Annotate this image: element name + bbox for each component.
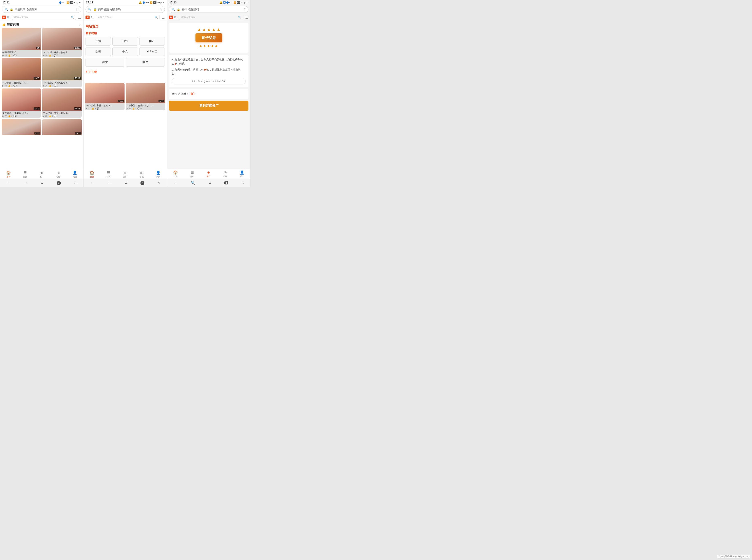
phone-panel-1: 17:12 🔵 85.0 📶 HD 5G |100 🔍 🔒 高清视频_创颜源码 … (0, 0, 83, 187)
p2-video-card-1[interactable]: 18:17 マジ软派、初撮れおな 1... ▶ 25 👍 0 💬 0 (126, 83, 165, 110)
p2-video-meta-1: ▶ 25 👍 0 💬 0 (127, 107, 165, 110)
address-bar-1[interactable]: 🔍 🔒 高清视频_创颜源码 ☆ (2, 6, 81, 13)
nav-category-3[interactable]: ☰ 分类 (190, 170, 194, 178)
profile-icon-3: 👤 (240, 170, 244, 175)
menu-btn-1[interactable]: ≡ (41, 181, 43, 185)
search-btn-icon[interactable]: 🔍 (71, 16, 74, 19)
notification-icon-2: 🔔 (139, 1, 142, 4)
nav-home-1[interactable]: 🏠 首页 (6, 171, 11, 178)
back-btn-3[interactable]: ← (174, 181, 177, 185)
forward-btn-1[interactable]: → (24, 181, 28, 185)
video-title-2: マジ软派、初撮れおな 1... (2, 81, 40, 84)
video-card-5[interactable]: 18:17 マジ软派、初撮れおな 1... ▶ 25 👍 0 💬 0 (42, 88, 82, 118)
tabs-btn-1[interactable]: 2 (57, 181, 61, 185)
nav-category-2[interactable]: ☰ 分类 (107, 171, 111, 178)
back-btn-1[interactable]: ← (7, 181, 11, 185)
search-box-3[interactable]: 请输入关键词 🔍 (179, 15, 243, 20)
video-info-0: 创颜源码测试 ▶ 26 👍 0 💬 0 (2, 50, 41, 57)
search-btn-icon-3[interactable]: 🔍 (238, 16, 242, 19)
tabs-btn-3[interactable]: 2 (225, 181, 228, 184)
p2-video-card-0[interactable]: 18:17 マジ软派、初撮れおな 1... ▶ 27 👍 0 💬 0 (85, 83, 124, 110)
bookmark-icon-2[interactable]: ☆ (159, 7, 162, 11)
nav-profile-3[interactable]: 👤 我的 (240, 170, 244, 178)
menu-btn-3[interactable]: ≡ (209, 181, 211, 185)
tabs-btn-2[interactable]: 2 (140, 181, 144, 185)
category-icon-3: ☰ (191, 170, 194, 175)
search-browser-btn-3[interactable]: 🔍 (191, 181, 195, 185)
nav-home-2[interactable]: 🏠 首页 (90, 171, 94, 178)
bookmark-icon[interactable]: ☆ (76, 7, 79, 11)
home-browser-btn-2[interactable]: ⌂ (158, 181, 160, 185)
video-grid-1: 10 创颜源码测试 ▶ 26 👍 0 💬 0 18:17 マジ软派、初撮れおな … (0, 27, 83, 118)
video-meta-1: ▶ 38 👍 0 💬 0 (43, 54, 81, 57)
menu-btn-western[interactable]: 欧美 (85, 47, 111, 56)
search-box-1[interactable]: 请输入关键词 🔍 (12, 15, 76, 20)
menu-btn-mature[interactable]: 御女 (85, 58, 124, 67)
screen-icon-3: ■ (223, 1, 226, 4)
p2-comments-1: 💬 0 (137, 107, 141, 110)
promo-desc-box: 1. 将推广链接推送出去，当别人打开您的链接，您将会得到奖励3个金币。 2. 每… (169, 55, 248, 87)
address-bar-2[interactable]: 🔍 🔒 高清视频_创颜源码 ☆ (85, 6, 165, 13)
service-icon-3: ◎ (224, 170, 227, 175)
menu-icon-2[interactable]: ☰ (161, 15, 165, 20)
video-card-0[interactable]: 10 创颜源码测试 ▶ 26 👍 0 💬 0 (2, 28, 41, 57)
menu-btn-chinese[interactable]: 中文 (112, 47, 138, 56)
video-info-5: マジ软派、初撮れおな 1... ▶ 25 👍 0 💬 0 (42, 111, 82, 118)
status-time-1: 17:12 (2, 1, 10, 4)
search-box-2[interactable]: 请输入关键词 🔍 (96, 15, 159, 20)
promo-link-text: https://cs3.ijiuwu.com/share/14 (192, 80, 225, 83)
nav-promo-label-3: 推广 (207, 175, 211, 178)
menu-btn-jk[interactable]: 日韩 (112, 37, 138, 46)
nav-service-1[interactable]: ◎ 客服 (56, 171, 60, 178)
menu-grid-main: 主播 日韩 国产 欧美 中文 VIP专区 (85, 37, 165, 56)
menu-btn-2[interactable]: ≡ (125, 181, 127, 185)
video-card-6[interactable]: 18:17 (2, 119, 41, 135)
menu-section-title[interactable]: 网站首页 (85, 23, 165, 29)
nav-promo-2[interactable]: ◈ 推广 (123, 171, 127, 178)
browser-nav-2: ← → ≡ 2 ⌂ (83, 179, 167, 187)
video-grid-1b: 18:17 18:17 (0, 118, 83, 136)
bookmark-icon-3[interactable]: ☆ (243, 7, 246, 11)
nav-profile-2[interactable]: 👤 我的 (156, 171, 160, 178)
browser-nav-1: ← → ≡ 2 ⌂ (0, 179, 83, 187)
menu-icon-1[interactable]: ☰ (78, 15, 81, 20)
more-icon[interactable]: » (79, 23, 81, 26)
video-card-3[interactable]: 18:17 マジ软派、初撮れおな 1... ▶ 25 👍 0 💬 0 (42, 58, 82, 87)
nav-home-3[interactable]: 🏠 首页 (173, 170, 178, 178)
menu-content-2: 网站首页 精彩视频 主播 日韩 国产 欧美 中文 VIP专区 御女 学生 APP… (83, 21, 167, 83)
nav-profile-1[interactable]: 👤 我的 (73, 171, 77, 178)
phone-panel-2: 17:12 🔔 🔵 6.00 📶 HD 5G |100 🔍 🔒 高清视频_创颜源… (83, 0, 167, 187)
menu-btn-anchor[interactable]: 主播 (85, 37, 111, 46)
menu-btn-domestic[interactable]: 国产 (139, 37, 165, 46)
video-card-7[interactable]: 18:17 (42, 119, 82, 135)
p2-video-title-0: マジ软派、初撮れおな 1... (86, 104, 124, 107)
address-bar-3[interactable]: 🔍 🔒 宣传_创颜源码 ☆ (169, 6, 248, 13)
logo-badge-3: 创 (169, 16, 173, 19)
video-card-1[interactable]: 18:17 マジ软派、初撮れおな 1... ▶ 38 👍 0 💬 0 (42, 28, 82, 57)
signal-text-3: 81.0 (229, 1, 233, 4)
home-browser-btn-1[interactable]: ⌂ (74, 181, 76, 185)
video-card-4[interactable]: 18:17 マジ软派、初撮れおな 1... ▶ 27 👍 0 💬 0 (2, 88, 41, 118)
home-icon-2: 🏠 (90, 171, 94, 175)
nav-category-1[interactable]: ☰ 分类 (23, 171, 27, 178)
nav-service-2[interactable]: ◎ 客服 (140, 171, 144, 178)
promo-link-box[interactable]: https://cs3.ijiuwu.com/share/14 (172, 78, 246, 84)
video-card-2[interactable]: 18:17 マジ软派、初撮れおな 1... ▶ 45 👍 0 💬 0 (2, 58, 41, 87)
signal-text-2: 6.00 (146, 1, 149, 4)
nav-service-label-2: 客服 (140, 175, 144, 178)
forward-btn-2[interactable]: → (108, 181, 111, 185)
nav-promo-1[interactable]: ◈ 推广 (40, 171, 44, 178)
nav-promo-3[interactable]: ◈ 推广 (207, 170, 211, 178)
video-meta-3: ▶ 25 👍 0 💬 0 (43, 85, 81, 87)
service-icon-1: ◎ (57, 171, 60, 175)
back-btn-2[interactable]: ← (90, 181, 94, 185)
menu-btn-student[interactable]: 学生 (126, 58, 165, 67)
video-meta-0: ▶ 26 👍 0 💬 0 (2, 54, 40, 57)
nav-service-3[interactable]: ◎ 客服 (223, 170, 227, 178)
menu-btn-vip[interactable]: VIP专区 (139, 47, 165, 56)
category-icon-1: ☰ (23, 171, 27, 175)
home-browser-btn-3[interactable]: ⌂ (242, 181, 244, 185)
search-btn-icon-2[interactable]: 🔍 (154, 16, 158, 19)
menu-icon-3[interactable]: ☰ (245, 15, 248, 20)
copy-link-button[interactable]: 复制链接推广 (169, 101, 248, 111)
